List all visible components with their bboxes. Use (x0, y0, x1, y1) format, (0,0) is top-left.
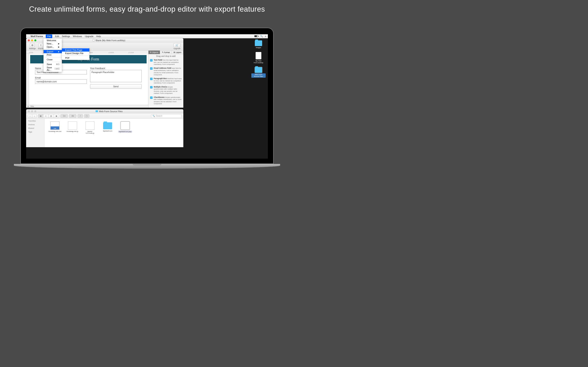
toolbar-upgrade[interactable]: 🛒 Upgrade (172, 43, 182, 50)
folder-icon (103, 122, 112, 129)
feedback-label: Your Feedback (90, 67, 142, 69)
check-icon: ✓ (150, 86, 153, 89)
finder-titlebar: Web Form Source Files (26, 109, 183, 113)
menubar: Wolf Forms File Edit Settings Windows Up… (26, 34, 268, 38)
menu-item-export[interactable]: Export▶ (43, 50, 62, 53)
export-submenu: Export This Page Export Design File PDF (62, 48, 89, 60)
sidebar-devices[interactable]: Devices (28, 124, 42, 125)
back-button[interactable]: ‹ (28, 114, 32, 118)
toolbar-settings[interactable]: ⚙ Settings (28, 43, 37, 50)
maximize-icon[interactable] (34, 39, 36, 42)
file-bootstrap-css[interactable]: bootstrap.min.css (49, 122, 61, 132)
menu-item-save-as[interactable]: Save As...⇧⌘S (43, 66, 62, 72)
sidebar-tags[interactable]: Tags (28, 131, 42, 133)
marketing-headline: Create unlimited forms, easy drag-and-dr… (0, 0, 294, 17)
finder-toolbar: ‹ › ▦ ≡ ▥ ▣ ☰▾ ⚙▾ (26, 113, 183, 119)
inspector: ✚Objects ✎Format ▤Layers Drag and drop t… (148, 50, 183, 108)
feedback-input[interactable]: Paragraph Placeholder (90, 70, 142, 82)
desktop-file-webform[interactable]: My Web Form.wolfdrp (251, 52, 266, 64)
submenu-pdf[interactable]: PDF (62, 56, 89, 59)
folder-icon (255, 40, 262, 46)
check-icon: ✓ (150, 67, 153, 70)
ruler-vertical (26, 53, 29, 108)
close-icon[interactable] (28, 39, 30, 42)
menu-upgrade[interactable]: Upgrade (85, 35, 93, 38)
object-text-field[interactable]: ✓ Text Field One line input field for te… (148, 58, 183, 66)
screen: Wolf Forms File Edit Settings Windows Up… (26, 34, 268, 159)
inspector-hint: Drag and drop to add (148, 54, 183, 58)
menu-edit[interactable]: Edit (55, 35, 59, 38)
sidebar-favorites[interactable]: Favorites (28, 120, 42, 122)
file-bootstrap-js[interactable]: bootstrap.min.js (66, 122, 79, 132)
view-columns-icon[interactable]: ▥ (49, 114, 54, 118)
view-gallery-icon[interactable]: ▣ (54, 114, 59, 118)
search-icon: 🔍 (153, 115, 155, 117)
zoom-level[interactable]: 75% (30, 105, 34, 108)
minimize-icon[interactable] (31, 39, 33, 42)
app-name[interactable]: Wolf Forms (31, 35, 43, 38)
menu-help[interactable]: Help (96, 35, 101, 38)
sidebar-shared[interactable]: Shared (28, 127, 42, 129)
object-paragraph-box[interactable]: ✓ Paragraph Box Multi-line input area fo… (148, 77, 183, 85)
object-email-field[interactable]: ✓ Email Address Field Input field for em… (148, 66, 183, 77)
submenu-export-page[interactable]: Export This Page (62, 48, 89, 52)
desktop-folder-images[interactable]: Images (255, 40, 262, 49)
send-button[interactable]: Send (90, 84, 142, 89)
tags-button[interactable]: ◯ (84, 114, 89, 118)
window-title: Blank (My Web Form.wolfdrp) (95, 39, 125, 42)
view-mode-switcher[interactable]: ▦ ≡ ▥ ▣ (38, 114, 59, 118)
maximize-icon[interactable] (34, 110, 36, 112)
view-icons-icon[interactable]: ▦ (38, 114, 43, 118)
export-icon: ⇪ (40, 44, 42, 47)
layers-icon: ▤ (173, 51, 175, 53)
tab-format[interactable]: ✎Format (160, 50, 172, 54)
finder-search[interactable]: 🔍 Search (151, 114, 182, 118)
finder-title: Web Form Source Files (99, 110, 122, 113)
zoom-bar: ⊡ 75% (26, 105, 148, 108)
file-mywebform-php[interactable]: MyWebForm.php (119, 122, 131, 133)
menu-item-close[interactable]: Close (43, 58, 62, 61)
close-icon[interactable] (28, 110, 30, 112)
arrange-button[interactable]: ☰▾ (61, 114, 68, 118)
search-icon[interactable]: 🔍 (260, 35, 263, 38)
js-file-icon (68, 122, 77, 130)
finder-window: Web Form Source Files ‹ › ▦ ≡ ▥ ▣ (26, 109, 183, 147)
menu-item-save[interactable]: Save⌘S (43, 63, 62, 66)
js-file-icon (86, 122, 95, 130)
view-list-icon[interactable]: ≡ (43, 114, 49, 118)
check-icon: ✓ (150, 59, 153, 62)
menu-item-print[interactable]: Print (43, 53, 62, 57)
email-input[interactable]: name@domain.com (35, 79, 87, 84)
check-icon: ✓ (150, 78, 153, 80)
object-checkboxes[interactable]: ✓ Checkboxes Simple questionnaire with m… (148, 95, 183, 106)
file-jquery[interactable]: jquery-2.2.2.min.js (84, 122, 96, 134)
tab-objects[interactable]: ✚Objects (148, 50, 160, 54)
object-multiple-choice[interactable]: ✓ Multiple Choice Simple questionnaire w… (148, 85, 183, 95)
php-file-icon (121, 122, 130, 130)
menu-item-open[interactable]: Open...▶ (43, 45, 62, 49)
forward-button[interactable]: › (32, 114, 37, 118)
desktop-icons: Images My Web Form.wolfdrp Web Form Sour… (251, 40, 266, 78)
brush-icon: ✎ (162, 51, 163, 53)
tab-layers[interactable]: ▤Layers (172, 50, 183, 54)
menu-item-welcome[interactable]: Welcome (43, 39, 62, 42)
menu-file[interactable]: File (46, 34, 52, 38)
desktop-folder-source[interactable]: Web Form Source Files (251, 67, 266, 78)
folder-icon (95, 110, 98, 112)
share-button[interactable]: ⤴ (78, 114, 83, 118)
plus-icon: ✚ (150, 51, 151, 53)
submenu-export-design[interactable]: Export Design File (62, 52, 89, 55)
menu-settings[interactable]: Settings (62, 35, 70, 38)
file-menu-dropdown: Welcome New...▶ Open...▶ Export▶ Print C… (43, 38, 62, 72)
laptop-frame: Wolf Forms File Edit Settings Windows Up… (20, 28, 274, 169)
css-file-icon (51, 122, 60, 130)
minimize-icon[interactable] (31, 110, 33, 112)
file-mywebform-folder[interactable]: MyWebForm (101, 122, 114, 132)
finder-sidebar: Favorites Devices Shared Tags (26, 119, 44, 147)
menu-extras-icon[interactable]: ≡ (265, 35, 266, 38)
action-button[interactable]: ⚙▾ (69, 114, 76, 118)
zoom-fit-icon[interactable]: ⊡ (27, 105, 29, 108)
menu-windows[interactable]: Windows (73, 35, 82, 38)
gear-icon: ⚙ (31, 44, 34, 47)
menu-item-new[interactable]: New...▶ (43, 42, 62, 45)
